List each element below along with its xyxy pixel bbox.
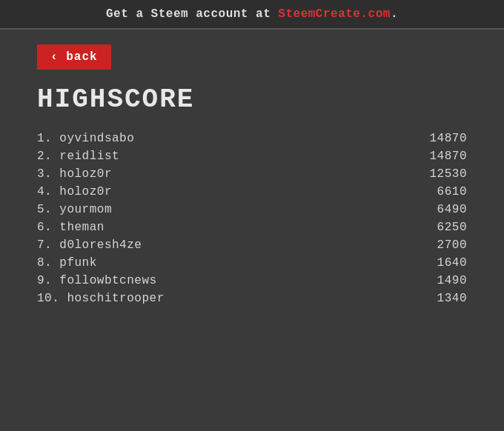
table-row: 2. reidlist14870 (37, 147, 467, 165)
table-row: 1. oyvindsabo14870 (37, 130, 467, 147)
back-button[interactable]: ‹ back (37, 44, 111, 70)
score-value: 6610 (437, 185, 467, 198)
banner-prefix: Get a Steem account at (106, 7, 278, 21)
table-row: 5. yourmom6490 (37, 201, 467, 218)
score-rank-name: 6. theman (37, 221, 105, 234)
top-banner: Get a Steem account at SteemCreate.com. (0, 0, 504, 30)
score-value: 1640 (437, 256, 467, 270)
score-value: 1340 (437, 292, 467, 305)
score-value: 6490 (437, 203, 467, 216)
table-row: 9. followbtcnews1490 (37, 272, 467, 290)
scores-table: 1. oyvindsabo148702. reidlist148703. hol… (37, 130, 467, 307)
table-row: 10. hoschitrooper1340 (37, 290, 467, 307)
score-value: 1490 (437, 274, 467, 287)
score-value: 14870 (429, 150, 467, 163)
banner-text: Get a Steem account at SteemCreate.com. (106, 7, 398, 21)
score-value: 6250 (437, 221, 467, 234)
score-rank-name: 7. d0loresh4ze (37, 238, 142, 252)
score-rank-name: 1. oyvindsabo (37, 132, 134, 145)
score-rank-name: 10. hoschitrooper (37, 292, 165, 305)
score-value: 2700 (437, 238, 467, 252)
page-title: HIGHSCORE (37, 84, 467, 115)
score-rank-name: 8. pfunk (37, 256, 97, 270)
table-row: 4. holoz0r6610 (37, 183, 467, 201)
score-rank-name: 3. holoz0r (37, 167, 112, 181)
score-rank-name: 4. holoz0r (37, 185, 112, 198)
score-rank-name: 2. reidlist (37, 150, 119, 163)
main-content: ‹ back HIGHSCORE 1. oyvindsabo148702. re… (0, 30, 504, 322)
banner-link[interactable]: SteemCreate.com (278, 7, 391, 21)
table-row: 7. d0loresh4ze2700 (37, 236, 467, 254)
score-rank-name: 9. followbtcnews (37, 274, 157, 287)
banner-suffix: . (391, 7, 398, 21)
score-value: 12530 (429, 167, 467, 181)
table-row: 8. pfunk1640 (37, 254, 467, 272)
table-row: 6. theman6250 (37, 218, 467, 236)
score-value: 14870 (429, 132, 467, 145)
score-rank-name: 5. yourmom (37, 203, 112, 216)
table-row: 3. holoz0r12530 (37, 165, 467, 183)
